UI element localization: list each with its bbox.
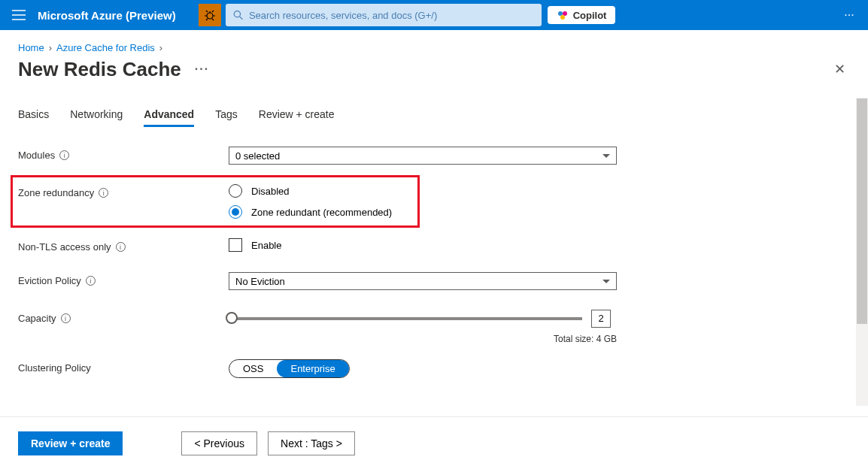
scrollbar-thumb[interactable] (857, 98, 867, 324)
previous-button[interactable]: < Previous (181, 431, 257, 455)
next-button[interactable]: Next : Tags > (268, 431, 355, 455)
tab-advanced[interactable]: Advanced (144, 108, 194, 127)
row-nontls: Non-TLS access only i Enable (18, 238, 850, 253)
close-icon[interactable]: ✕ (830, 56, 850, 82)
svg-point-2 (558, 11, 563, 16)
more-icon[interactable]: ··· (838, 4, 860, 26)
info-icon[interactable]: i (116, 242, 126, 252)
brand-label[interactable]: Microsoft Azure (Preview) (38, 9, 176, 22)
svg-point-0 (207, 13, 213, 19)
cluster-enterprise[interactable]: Enterprise (277, 360, 348, 377)
title-more-icon[interactable]: ··· (195, 62, 209, 76)
row-modules: Modules i 0 selected (18, 147, 850, 165)
row-capacity: Capacity i 2 Total size: 4 GB (18, 310, 850, 344)
bug-icon[interactable] (199, 4, 221, 26)
breadcrumb: Home › Azure Cache for Redis › (0, 30, 868, 53)
capacity-slider[interactable] (229, 317, 582, 320)
tabs: Basics Networking Advanced Tags Review +… (18, 108, 850, 127)
copilot-button[interactable]: Copilot (548, 6, 616, 24)
eviction-value: No Eviction (235, 276, 285, 287)
chevron-right-icon: › (159, 42, 162, 53)
nontls-checkbox[interactable] (229, 238, 242, 252)
total-size-label: Total size: 4 GB (229, 334, 617, 344)
modules-label: Modules (18, 150, 55, 161)
eviction-dropdown[interactable]: No Eviction (229, 272, 617, 290)
chevron-right-icon: › (49, 42, 52, 53)
breadcrumb-parent[interactable]: Azure Cache for Redis (56, 42, 155, 53)
nontls-label: Non-TLS access only (18, 241, 111, 253)
info-icon[interactable]: i (99, 188, 108, 198)
row-zone-redundancy: Zone redundancy i Disabled Zone redundan… (18, 184, 850, 219)
info-icon[interactable]: i (59, 150, 69, 160)
page-title: New Redis Cache (18, 58, 181, 81)
search-input[interactable] (249, 10, 534, 21)
tab-tags[interactable]: Tags (215, 108, 238, 127)
nontls-enable-label: Enable (251, 240, 281, 251)
modules-dropdown[interactable]: 0 selected (229, 147, 617, 165)
tab-networking[interactable]: Networking (70, 108, 123, 127)
footer: Review + create < Previous Next : Tags > (0, 416, 868, 469)
row-eviction: Eviction Policy i No Eviction (18, 272, 850, 290)
info-icon[interactable]: i (61, 313, 71, 323)
info-icon[interactable]: i (86, 276, 96, 286)
capacity-label: Capacity (18, 313, 56, 324)
radio-icon (229, 184, 242, 198)
row-clustering: Clustering Policy OSS Enterprise (18, 359, 850, 378)
zone-disabled-label: Disabled (251, 186, 290, 197)
chevron-down-icon (602, 154, 610, 158)
slider-thumb[interactable] (226, 312, 238, 324)
modules-value: 0 selected (235, 150, 280, 162)
breadcrumb-home[interactable]: Home (18, 42, 44, 53)
search-box[interactable] (226, 4, 542, 26)
svg-point-1 (234, 11, 240, 17)
title-row: New Redis Cache ··· ✕ (0, 53, 868, 97)
zone-redundant-label: Zone redundant (recommended) (251, 207, 392, 218)
zone-label: Zone redundancy (18, 187, 94, 198)
cluster-oss[interactable]: OSS (229, 360, 277, 377)
svg-point-4 (560, 15, 565, 20)
clustering-toggle: OSS Enterprise (229, 359, 350, 378)
copilot-label: Copilot (573, 10, 607, 21)
radio-zone-disabled[interactable]: Disabled (229, 184, 617, 198)
tab-basics[interactable]: Basics (18, 108, 49, 127)
clustering-label: Clustering Policy (18, 362, 91, 374)
radio-zone-redundant[interactable]: Zone redundant (recommended) (229, 205, 617, 219)
top-bar: Microsoft Azure (Preview) Copilot ··· (0, 0, 868, 30)
capacity-value[interactable]: 2 (591, 310, 611, 328)
form-content: Basics Networking Advanced Tags Review +… (0, 98, 868, 416)
menu-icon[interactable] (8, 4, 30, 26)
svg-point-3 (563, 11, 567, 16)
tab-review[interactable]: Review + create (259, 108, 335, 127)
review-create-button[interactable]: Review + create (18, 431, 123, 455)
chevron-down-icon (602, 280, 610, 283)
scrollbar[interactable] (856, 98, 868, 406)
radio-icon (229, 205, 242, 219)
eviction-label: Eviction Policy (18, 275, 81, 286)
